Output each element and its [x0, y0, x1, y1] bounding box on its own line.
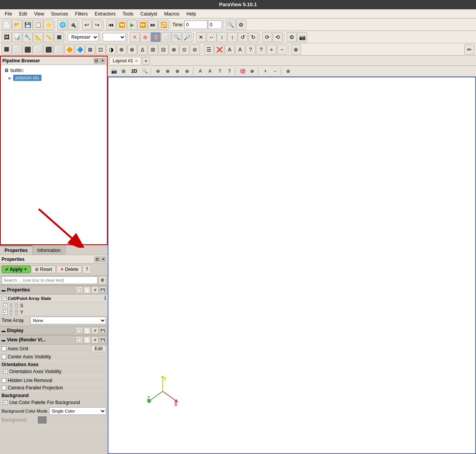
menu-view[interactable]: View [31, 10, 47, 17]
axes-grid-edit-btn[interactable]: Edit [91, 345, 106, 352]
tb3-btn3[interactable]: ⬛ [22, 45, 33, 55]
vp-btn7[interactable]: ? [215, 67, 224, 75]
find-btn2[interactable]: ⚙ [236, 20, 246, 30]
time-input[interactable] [184, 21, 208, 29]
tab-properties[interactable]: Properties [0, 245, 33, 255]
vp-query-btn[interactable]: 🔍 [140, 67, 150, 75]
tb3-btn14[interactable]: ∆ [137, 45, 148, 55]
bg-color-mode-select[interactable]: Single Color [49, 407, 106, 415]
tb2-zoom2[interactable]: 🔎 [182, 32, 192, 42]
tb3-btn1[interactable]: ⬛ [2, 45, 12, 55]
display-save-btn[interactable]: 💾 [99, 327, 106, 334]
tb3-btn29[interactable]: ✏ [464, 45, 474, 55]
viewport-add-tab-btn[interactable]: + [142, 57, 150, 65]
reset-button[interactable]: ⊘ Reset [31, 266, 55, 273]
menu-sources[interactable]: Sources [48, 10, 71, 17]
tb3-btn19[interactable]: ⊘ [190, 45, 200, 55]
end-frame-btn[interactable]: ⏭ [148, 20, 158, 30]
undo-btn[interactable]: ↩ [82, 20, 92, 30]
tb2-axes5[interactable]: ↺ [238, 32, 248, 42]
menu-tools[interactable]: Tools [120, 10, 137, 17]
tb2-color2[interactable]: ⊕ [140, 32, 150, 42]
display-paste-btn[interactable]: 📄 [84, 327, 91, 334]
vp-btn9[interactable]: 🎯 [238, 67, 247, 75]
menu-edit[interactable]: Edit [16, 10, 30, 17]
menu-file[interactable]: File [2, 10, 15, 17]
props-float-btn[interactable]: ⊡ [95, 257, 100, 262]
color-select[interactable] [103, 33, 126, 41]
help-button[interactable]: ? [82, 265, 91, 274]
save-btn[interactable]: 💾 [22, 20, 33, 30]
panel-close-btn[interactable]: ✕ [100, 58, 105, 63]
tb2-orient1[interactable]: ⟳ [262, 32, 272, 42]
tb2-btn5[interactable]: 📏 [43, 32, 53, 42]
next-frame-btn[interactable]: ⏩ [137, 20, 148, 30]
tb2-axes2[interactable]: ↔ [206, 32, 217, 42]
menu-catalyst[interactable]: Catalyst [137, 10, 160, 17]
prev-frame-btn[interactable]: ⏪ [117, 20, 127, 30]
menu-filters[interactable]: Filters [72, 10, 91, 17]
loop-btn[interactable]: 🔁 [158, 20, 168, 30]
find-data-btn[interactable]: 🔍 [226, 20, 236, 30]
checkbox-all[interactable]: ✓ [2, 296, 6, 301]
tb3-btn12[interactable]: ⊕ [117, 45, 127, 55]
menu-macros[interactable]: Macros [161, 10, 182, 17]
open-btn[interactable]: 📂 [12, 20, 22, 30]
tb3-btn26[interactable]: + [266, 45, 277, 55]
vp-btn12[interactable]: − [270, 67, 280, 75]
tb2-btn6[interactable]: 🔳 [54, 32, 64, 42]
tb3-btn5[interactable]: ⬛ [43, 45, 53, 55]
vp-btn1[interactable]: ⊕ [153, 67, 163, 75]
tb2-orient2[interactable]: ⟲ [273, 32, 283, 42]
tb3-btn23[interactable]: A [235, 45, 245, 55]
tb2-axes3[interactable]: ↕ [217, 32, 227, 42]
tb3-btn27[interactable]: − [277, 45, 287, 55]
tb3-btn10[interactable]: ⊡ [96, 45, 106, 55]
tb2-axes1[interactable]: ✕ [196, 32, 206, 42]
tb3-btn20[interactable]: ☰ [204, 45, 214, 55]
view-paste-btn[interactable]: 📄 [84, 336, 91, 343]
vp-grid-btn[interactable]: ⊞ [119, 67, 128, 75]
bg-color-swatch[interactable] [38, 416, 46, 423]
tb2-camera[interactable]: 📷 [297, 32, 307, 42]
section-reset-btn[interactable]: ↺ [91, 286, 98, 293]
vp-btn11[interactable]: + [261, 67, 270, 75]
view-copy-btn[interactable]: 📋 [76, 336, 83, 343]
tb3-btn22[interactable]: A [225, 45, 235, 55]
tb3-btn11[interactable]: ◑ [106, 45, 116, 55]
tb3-btn25[interactable]: ? [256, 45, 266, 55]
checkbox-s[interactable]: ✓ [3, 303, 8, 308]
tb3-btn18[interactable]: ⊙ [179, 45, 189, 55]
hidden-line-checkbox[interactable] [2, 378, 6, 383]
display-copy-btn[interactable]: 📋 [76, 327, 83, 334]
tb2-btn1[interactable]: 🖼 [2, 32, 12, 42]
tb2-btn4[interactable]: 📐 [33, 32, 43, 42]
tb3-btn16[interactable]: ⊟ [158, 45, 168, 55]
pipeline-child-item[interactable]: ▶ poisson.vtu [2, 74, 105, 82]
play-btn[interactable]: ▶ [127, 20, 137, 30]
delete-button[interactable]: ✕ Delete [57, 266, 82, 273]
tb3-btn24[interactable]: ? [246, 45, 256, 55]
new-btn[interactable]: 📄 [2, 20, 12, 30]
tb2-color4[interactable]: ⬜ [161, 32, 171, 42]
save-as-btn[interactable]: 📋 [33, 20, 43, 30]
tb3-btn15[interactable]: ⊞ [148, 45, 158, 55]
apply-button[interactable]: ✔ Apply ▼ [2, 266, 31, 273]
redo-btn[interactable]: ↪ [92, 20, 102, 30]
tb3-btn6[interactable]: ⬜ [54, 45, 64, 55]
vp-btn6[interactable]: A [205, 67, 215, 75]
camera-parallel-checkbox[interactable] [2, 385, 6, 390]
vp-btn5[interactable]: A [196, 67, 205, 75]
search-gear-btn[interactable]: ⚙ [98, 276, 106, 284]
tb3-btn28[interactable]: ⊗ [291, 45, 301, 55]
tb3-btn7[interactable]: 🔶 [64, 45, 74, 55]
disconnect-btn[interactable]: 🔌 [68, 20, 78, 30]
tb2-zoom1[interactable]: 🔍 [172, 32, 182, 42]
vp-btn4[interactable]: ⊕ [182, 67, 192, 75]
tab-information[interactable]: Information [33, 245, 65, 255]
tb3-btn9[interactable]: ⊠ [85, 45, 95, 55]
section-save-btn[interactable]: 💾 [99, 286, 106, 293]
viewport-canvas[interactable]: X Y Z [108, 77, 476, 454]
tb3-btn17[interactable]: ⊗ [169, 45, 179, 55]
representation-select[interactable]: Representation [68, 33, 99, 41]
